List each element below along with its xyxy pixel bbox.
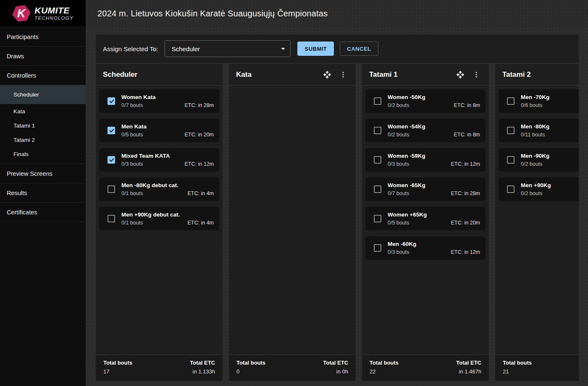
sidebar-subitem-scheduler[interactable]: Scheduler bbox=[0, 85, 86, 104]
sidebar-subitem-tatami-2[interactable]: Tatami 2 bbox=[0, 133, 86, 147]
cancel-button[interactable]: CANCEL bbox=[340, 42, 378, 56]
category-card[interactable]: Men -60Kg 0/3 bouts ETC: in 12m bbox=[365, 236, 486, 260]
category-title: Women +65Kg bbox=[388, 211, 480, 218]
sidebar-item-controllers[interactable]: Controllers bbox=[0, 66, 86, 85]
assign-toolbar: Assign Selected To: Scheduler SUBMIT CAN… bbox=[96, 34, 579, 63]
column-title: Tatami 2 bbox=[502, 70, 579, 79]
category-card[interactable]: Women -50Kg 0/2 bouts ETC: in 8m bbox=[365, 89, 486, 113]
page-title: 2024 m. Lietuvos Kiokušin Karatė Suaugus… bbox=[97, 9, 328, 18]
total-etc-label: Total ETC bbox=[456, 360, 481, 366]
category-etc: ETC: in 12m bbox=[451, 249, 480, 255]
column-tatami-1: Tatami 1 Women -50Kg 0/2 bou bbox=[362, 64, 489, 381]
category-card[interactable]: Women Kata 0/7 bouts ETC: in 28m bbox=[99, 89, 219, 113]
category-title: Women -59Kg bbox=[388, 153, 480, 159]
category-bouts: 0/6 bouts bbox=[521, 102, 542, 108]
category-checkbox[interactable] bbox=[374, 185, 381, 193]
category-title: Men +90Kg bbox=[521, 182, 579, 188]
sidebar-subitem-tatami-1[interactable]: Tatami 1 bbox=[0, 118, 86, 133]
category-card[interactable]: Men -90Kg 0/2 bouts bbox=[499, 148, 579, 172]
category-checkbox[interactable] bbox=[507, 97, 514, 105]
category-card[interactable]: Men Kata 0/5 bouts ETC: in 20m bbox=[99, 119, 219, 142]
category-title: Men -70Kg bbox=[521, 94, 579, 100]
category-checkbox[interactable] bbox=[374, 127, 381, 134]
total-bouts-label: Total bouts bbox=[370, 360, 399, 366]
column-header: Tatami 1 bbox=[362, 64, 489, 86]
category-card[interactable]: Women -54Kg 0/2 bouts ETC: in 8m bbox=[365, 119, 486, 142]
column-title: Scheduler bbox=[103, 70, 214, 79]
total-etc-label: Total ETC bbox=[323, 360, 348, 366]
move-icon[interactable] bbox=[456, 70, 465, 79]
brand-subtitle: TECHNOLOGY bbox=[34, 16, 74, 21]
category-bouts: 0/1 bouts bbox=[121, 220, 143, 226]
column-tatami-2: Tatami 2 Men -70Kg 0/6 bouts bbox=[495, 64, 579, 381]
total-bouts-value: 22 bbox=[370, 368, 399, 375]
category-checkbox[interactable] bbox=[507, 127, 514, 134]
sidebar-item-preview-screens[interactable]: Preview Screens bbox=[0, 164, 86, 183]
category-checkbox[interactable] bbox=[507, 156, 514, 164]
category-title: Men -60Kg bbox=[388, 241, 480, 247]
move-icon[interactable] bbox=[323, 70, 331, 79]
assign-target-value: Scheduler bbox=[171, 45, 200, 52]
category-etc: ETC: in 4m bbox=[187, 190, 214, 196]
category-etc: ETC: in 12m bbox=[451, 161, 480, 167]
category-title: Men -90Kg bbox=[521, 153, 579, 159]
category-bouts: 0/1 bouts bbox=[121, 190, 143, 196]
sidebar: K KUMITE TECHNOLOGY Participants Draws C… bbox=[0, 0, 86, 386]
category-bouts: 0/5 bouts bbox=[121, 132, 143, 138]
column-title: Tatami 1 bbox=[369, 70, 456, 79]
category-bouts: 0/3 bouts bbox=[121, 161, 143, 167]
category-title: Women -65Kg bbox=[388, 182, 480, 188]
category-etc: ETC: in 8m bbox=[454, 132, 480, 138]
dropdown-arrow-icon bbox=[281, 48, 285, 50]
category-bouts: 0/3 bouts bbox=[388, 161, 409, 167]
category-card[interactable]: Men +90Kg 0/2 bouts bbox=[499, 177, 579, 201]
category-checkbox[interactable] bbox=[108, 156, 115, 164]
sidebar-item-participants[interactable]: Participants bbox=[0, 27, 86, 47]
category-checkbox[interactable] bbox=[374, 156, 381, 164]
category-title: Mixed Team KATA bbox=[121, 153, 214, 159]
category-checkbox[interactable] bbox=[108, 97, 115, 105]
category-bouts: 0/7 bouts bbox=[121, 102, 143, 108]
column-footer: Total bouts 21 bbox=[495, 355, 579, 381]
category-title: Women -50Kg bbox=[388, 94, 480, 100]
category-bouts: 0/2 bouts bbox=[521, 161, 542, 167]
column-body: Women Kata 0/7 bouts ETC: in 28m Men Kat… bbox=[96, 86, 223, 355]
category-title: Men -80Kg debut cat. bbox=[121, 182, 214, 188]
kebab-menu-icon[interactable] bbox=[339, 70, 347, 79]
category-etc: ETC: in 20m bbox=[451, 220, 480, 226]
category-checkbox[interactable] bbox=[374, 97, 381, 105]
category-etc: ETC: in 8m bbox=[454, 102, 480, 108]
column-header: Scheduler bbox=[96, 64, 223, 86]
category-bouts: 0/3 bouts bbox=[388, 249, 409, 255]
kebab-menu-icon[interactable] bbox=[472, 70, 480, 79]
category-checkbox[interactable] bbox=[374, 215, 381, 222]
sidebar-subitem-kata[interactable]: Kata bbox=[0, 104, 86, 118]
category-checkbox[interactable] bbox=[108, 127, 115, 134]
category-checkbox[interactable] bbox=[507, 185, 514, 193]
column-scheduler: Scheduler Women Kata 0/7 bouts ETC: in 2… bbox=[96, 64, 223, 381]
assign-target-select[interactable]: Scheduler bbox=[165, 40, 291, 57]
column-header: Tatami 2 bbox=[495, 64, 579, 86]
category-checkbox[interactable] bbox=[374, 244, 381, 252]
category-card[interactable]: Men -70Kg 0/6 bouts bbox=[499, 89, 579, 113]
sidebar-item-certificates[interactable]: Certificates bbox=[0, 203, 86, 222]
category-title: Men Kata bbox=[121, 123, 214, 130]
category-card[interactable]: Men +90Kg debut cat. 0/1 bouts ETC: in 4… bbox=[99, 207, 219, 230]
category-card[interactable]: Women -65Kg 0/7 bouts ETC: in 28m bbox=[365, 177, 486, 201]
brand-name: KUMITE bbox=[34, 6, 74, 15]
category-card[interactable]: Men -80Kg 0/11 bouts bbox=[499, 119, 579, 142]
category-card[interactable]: Women +65Kg 0/5 bouts ETC: in 20m bbox=[365, 207, 486, 230]
category-etc: ETC: in 20m bbox=[185, 132, 214, 138]
category-card[interactable]: Women -59Kg 0/3 bouts ETC: in 12m bbox=[365, 148, 486, 172]
category-card[interactable]: Mixed Team KATA 0/3 bouts ETC: in 12m bbox=[99, 148, 219, 172]
category-bouts: 0/2 bouts bbox=[388, 132, 409, 138]
sidebar-item-draws[interactable]: Draws bbox=[0, 47, 86, 66]
category-checkbox[interactable] bbox=[108, 215, 115, 222]
sidebar-item-results[interactable]: Results bbox=[0, 183, 86, 203]
submit-button[interactable]: SUBMIT bbox=[297, 42, 334, 56]
sidebar-subitem-finals[interactable]: Finals bbox=[0, 147, 86, 161]
total-etc-value: in 1.467h bbox=[456, 368, 481, 375]
category-card[interactable]: Men -80Kg debut cat. 0/1 bouts ETC: in 4… bbox=[99, 177, 219, 201]
category-checkbox[interactable] bbox=[108, 185, 115, 193]
column-kata: Kata Total bouts 0 Total ETC bbox=[229, 64, 356, 381]
